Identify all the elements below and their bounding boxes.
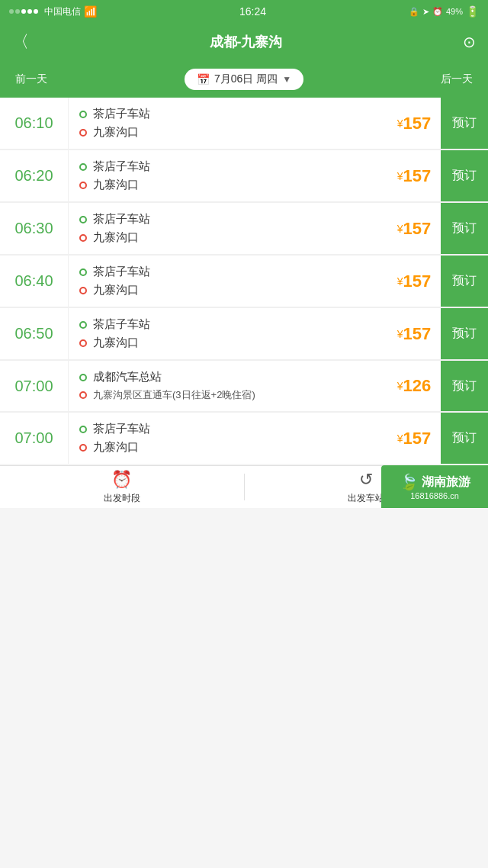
prev-day-button[interactable]: 前一天: [0, 72, 63, 86]
back-button[interactable]: 〈: [12, 31, 29, 53]
status-left: 中国电信 📶: [9, 5, 97, 18]
departure-time: 06:50: [0, 308, 69, 359]
location-icon: ➤: [422, 7, 429, 17]
signal-dots: [9, 9, 38, 14]
book-button[interactable]: 预订: [441, 203, 488, 254]
route-from: 茶店子车站: [79, 212, 377, 227]
to-dot: [79, 234, 87, 242]
to-label: 九寨沟景区直通车(3日往返+2晚住宿): [93, 388, 255, 402]
route-to: 九寨沟口: [79, 440, 377, 455]
price: ¥157: [387, 256, 441, 307]
price: ¥157: [387, 203, 441, 254]
to-dot: [79, 391, 87, 399]
route-from: 茶店子车站: [79, 159, 377, 174]
nav-title: 成都-九寨沟: [210, 33, 283, 51]
to-label: 九寨沟口: [93, 336, 139, 350]
signal-dot: [27, 9, 32, 14]
route-info: 成都汽车总站 九寨沟景区直通车(3日往返+2晚住宿): [69, 361, 387, 411]
wifi-icon: 📶: [84, 5, 97, 18]
route-info: 茶店子车站 九寨沟口: [69, 203, 387, 254]
departure-time: 06:10: [0, 98, 69, 149]
route-to: 九寨沟景区直通车(3日往返+2晚住宿): [79, 388, 377, 402]
selected-date: 7月06日 周四: [214, 72, 278, 86]
book-button[interactable]: 预订: [441, 413, 488, 464]
from-dot: [79, 321, 87, 329]
to-label: 九寨沟口: [93, 178, 139, 192]
book-button[interactable]: 预订: [441, 256, 488, 307]
book-button[interactable]: 预订: [441, 308, 488, 359]
from-dot: [79, 111, 87, 118]
signal-dot: [9, 9, 14, 14]
signal-dot: [15, 9, 20, 14]
route-to: 九寨沟口: [79, 178, 377, 192]
departure-time: 06:20: [0, 150, 69, 201]
from-dot: [79, 216, 87, 223]
date-selector[interactable]: 📅 7月06日 周四 ▼: [185, 69, 303, 90]
from-label: 茶店子车站: [93, 317, 150, 332]
from-label: 茶店子车站: [93, 212, 150, 227]
calendar-icon: 📅: [197, 73, 210, 85]
nav-bar: 〈 成都-九寨沟 ⊙: [0, 23, 488, 61]
alarm-icon: ⏰: [432, 7, 443, 17]
status-time: 16:24: [239, 5, 266, 18]
from-label: 茶店子车站: [93, 422, 150, 436]
book-button[interactable]: 预订: [441, 150, 488, 201]
schedule-row: 06:40 茶店子车站 九寨沟口 ¥157 预订: [0, 256, 488, 307]
route-info: 茶店子车站 九寨沟口: [69, 150, 387, 201]
book-button[interactable]: 预订: [441, 98, 488, 149]
from-dot: [79, 163, 87, 171]
departure-time: 07:00: [0, 413, 69, 464]
price: ¥126: [387, 361, 441, 411]
to-label: 九寨沟口: [93, 283, 139, 297]
from-dot: [79, 426, 87, 433]
to-dot: [79, 182, 87, 189]
to-label: 九寨沟口: [93, 125, 139, 140]
watermark: 🍃 湖南旅游 16816886.cn: [381, 465, 488, 508]
from-label: 茶店子车站: [93, 107, 150, 121]
tab-bar: ⏰ 出发时段 ↺ 出发车站 🍃 湖南旅游 16816886.cn: [0, 465, 488, 508]
location-nav-icon[interactable]: ⊙: [463, 33, 476, 51]
route-to: 九寨沟口: [79, 336, 377, 350]
route-to: 九寨沟口: [79, 125, 377, 140]
route-from: 茶店子车站: [79, 265, 377, 279]
signal-dot: [34, 9, 38, 14]
next-day-button[interactable]: 后一天: [425, 72, 488, 86]
station-icon: ↺: [359, 470, 373, 490]
date-bar: 前一天 📅 7月06日 周四 ▼ 后一天: [0, 61, 488, 98]
to-label: 九寨沟口: [93, 230, 139, 245]
book-button[interactable]: 预订: [441, 361, 488, 411]
battery-icon: 🔋: [466, 5, 479, 18]
watermark-brand: 🍃 湖南旅游: [400, 473, 470, 491]
to-dot: [79, 129, 87, 137]
from-label: 茶店子车站: [93, 159, 150, 174]
route-from: 茶店子车站: [79, 107, 377, 121]
from-label: 成都汽车总站: [93, 370, 162, 384]
price: ¥157: [387, 308, 441, 359]
to-dot: [79, 339, 87, 347]
from-dot: [79, 374, 87, 381]
to-label: 九寨沟口: [93, 440, 139, 455]
route-info: 茶店子车站 九寨沟口: [69, 256, 387, 307]
from-label: 茶店子车站: [93, 265, 150, 279]
brand-name: 湖南旅游: [422, 474, 470, 490]
schedule-row: 06:30 茶店子车站 九寨沟口 ¥157 预订: [0, 203, 488, 254]
route-info: 茶店子车站 九寨沟口: [69, 413, 387, 464]
from-dot: [79, 268, 87, 276]
tab-label: 出发车站: [348, 492, 384, 505]
status-right: 🔒 ➤ ⏰ 49% 🔋: [409, 5, 479, 18]
schedule-row: 06:10 茶店子车站 九寨沟口 ¥157 预订: [0, 98, 488, 149]
route-from: 茶店子车站: [79, 422, 377, 436]
price: ¥157: [387, 98, 441, 149]
watermark-phone: 16816886.cn: [410, 491, 459, 500]
schedule-row: 07:00 成都汽车总站 九寨沟景区直通车(3日往返+2晚住宿) ¥126 预订: [0, 361, 488, 411]
signal-dot: [21, 9, 26, 14]
tab-departure-time[interactable]: ⏰ 出发时段: [0, 466, 244, 508]
tab-label: 出发时段: [104, 492, 140, 505]
route-from: 茶店子车站: [79, 317, 377, 332]
to-dot: [79, 287, 87, 294]
route-info: 茶店子车站 九寨沟口: [69, 308, 387, 359]
lock-icon: 🔒: [409, 7, 419, 17]
route-to: 九寨沟口: [79, 283, 377, 297]
clock-icon: ⏰: [111, 470, 132, 490]
battery-label: 49%: [446, 7, 463, 16]
